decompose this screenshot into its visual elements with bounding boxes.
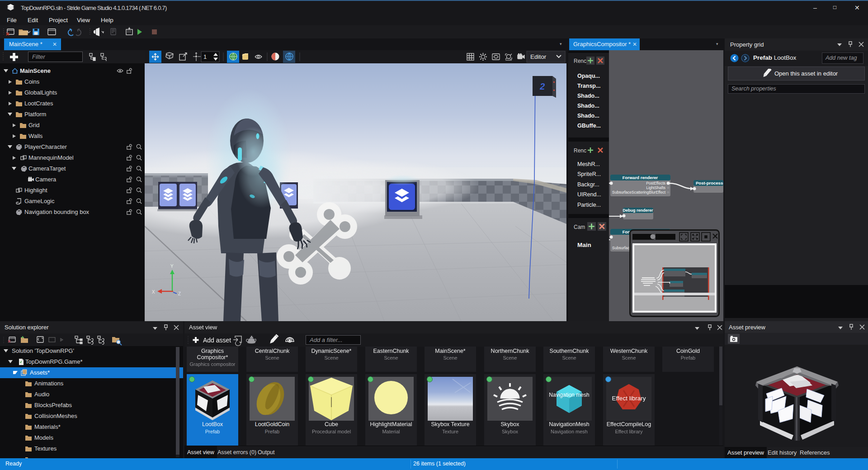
svg-text:Debug renderer: Debug renderer xyxy=(623,208,653,213)
svg-text:Forward renderer: Forward renderer xyxy=(623,175,658,180)
svg-text:Add asset: Add asset xyxy=(203,337,231,344)
svg-text:Post-processing: Post-processing xyxy=(696,180,723,185)
svg-text:SubsurfaceScatteringBlurEffect: SubsurfaceScatteringBlurEffect xyxy=(612,190,666,195)
svg-text:1: 1 xyxy=(203,53,207,60)
svg-text:Z: Z xyxy=(178,291,181,296)
svg-text:Navigation mesh: Navigation mesh xyxy=(549,392,589,398)
svg-text:Effect library: Effect library xyxy=(612,395,646,402)
svg-text:PostEffects: PostEffects xyxy=(646,181,665,185)
svg-text:Y: Y xyxy=(170,264,174,269)
svg-text:LightShafts: LightShafts xyxy=(646,185,665,190)
svg-text:2: 2 xyxy=(539,81,545,91)
svg-text:X: X xyxy=(152,290,155,294)
svg-text:Editor: Editor xyxy=(530,53,547,60)
